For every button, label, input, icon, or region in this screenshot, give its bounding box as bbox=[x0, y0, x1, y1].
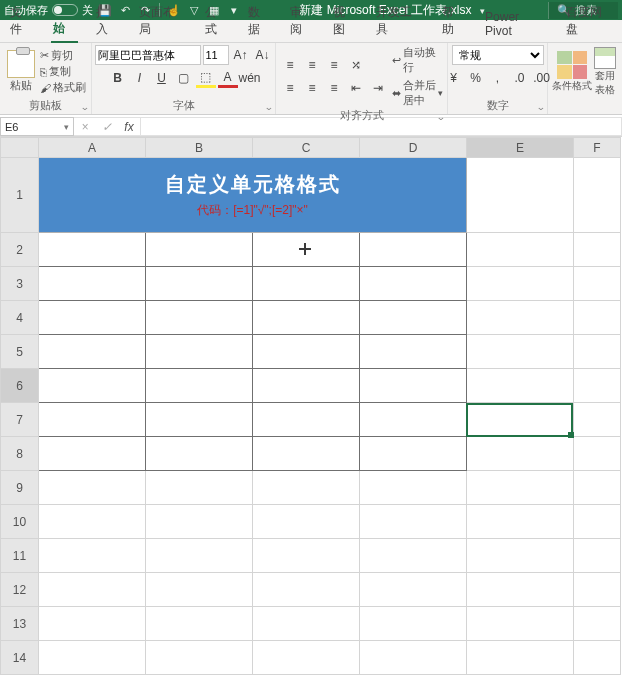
cell-B10[interactable] bbox=[146, 505, 253, 539]
align-top-icon[interactable]: ≡ bbox=[280, 55, 300, 75]
cell-D7[interactable] bbox=[360, 403, 467, 437]
cell-E9[interactable] bbox=[467, 471, 574, 505]
cell-D10[interactable] bbox=[360, 505, 467, 539]
title-dropdown-icon[interactable]: ▾ bbox=[475, 3, 491, 19]
col-header-A[interactable]: A bbox=[39, 138, 146, 158]
cell-A11[interactable] bbox=[39, 539, 146, 573]
bold-button[interactable]: B bbox=[108, 68, 128, 88]
conditional-format-button[interactable]: 条件格式 bbox=[552, 51, 592, 93]
row-header-11[interactable]: 11 bbox=[1, 539, 39, 573]
row-header-14[interactable]: 14 bbox=[1, 641, 39, 675]
cancel-icon[interactable]: × bbox=[74, 120, 96, 134]
tab-baidu[interactable]: 百度网盘 bbox=[564, 0, 614, 42]
cell-B12[interactable] bbox=[146, 573, 253, 607]
cell-F2[interactable] bbox=[574, 233, 621, 267]
cell-C8[interactable] bbox=[253, 437, 360, 471]
cell-D3[interactable] bbox=[360, 267, 467, 301]
row-header-6[interactable]: 6 bbox=[1, 369, 39, 403]
select-all-corner[interactable] bbox=[1, 138, 39, 158]
autosave-toggle[interactable] bbox=[52, 4, 78, 16]
cell-C13[interactable] bbox=[253, 607, 360, 641]
increase-font-icon[interactable]: A↑ bbox=[231, 45, 251, 65]
cell-D6[interactable] bbox=[360, 369, 467, 403]
cell-F1[interactable] bbox=[574, 158, 621, 233]
italic-button[interactable]: I bbox=[130, 68, 150, 88]
cell-F4[interactable] bbox=[574, 301, 621, 335]
cell-E13[interactable] bbox=[467, 607, 574, 641]
border-button[interactable]: ▢ bbox=[174, 68, 194, 88]
qat-dropdown-icon[interactable]: ▾ bbox=[226, 2, 242, 18]
font-size-input[interactable] bbox=[203, 45, 229, 65]
cell-C2[interactable] bbox=[253, 233, 360, 267]
cell-A8[interactable] bbox=[39, 437, 146, 471]
cell-C9[interactable] bbox=[253, 471, 360, 505]
cell-F10[interactable] bbox=[574, 505, 621, 539]
cell-B14[interactable] bbox=[146, 641, 253, 675]
cell-A3[interactable] bbox=[39, 267, 146, 301]
cell-C14[interactable] bbox=[253, 641, 360, 675]
col-header-D[interactable]: D bbox=[360, 138, 467, 158]
cell-A10[interactable] bbox=[39, 505, 146, 539]
row-header-4[interactable]: 4 bbox=[1, 301, 39, 335]
cell-A4[interactable] bbox=[39, 301, 146, 335]
tab-help[interactable]: 帮助 bbox=[440, 0, 467, 42]
tab-powerpivot[interactable]: Power Pivot bbox=[483, 6, 548, 42]
name-box-dropdown-icon[interactable]: ▾ bbox=[64, 122, 69, 132]
row-header-13[interactable]: 13 bbox=[1, 607, 39, 641]
col-header-C[interactable]: C bbox=[253, 138, 360, 158]
cell-F5[interactable] bbox=[574, 335, 621, 369]
cell-B4[interactable] bbox=[146, 301, 253, 335]
redo-icon[interactable]: ↷ bbox=[137, 2, 153, 18]
comma-icon[interactable]: , bbox=[488, 68, 508, 88]
save-icon[interactable]: 💾 bbox=[97, 2, 113, 18]
cell-C12[interactable] bbox=[253, 573, 360, 607]
cell-C7[interactable] bbox=[253, 403, 360, 437]
row-header-9[interactable]: 9 bbox=[1, 471, 39, 505]
cell-F8[interactable] bbox=[574, 437, 621, 471]
cell-B7[interactable] bbox=[146, 403, 253, 437]
confirm-icon[interactable]: ✓ bbox=[96, 120, 118, 134]
align-left-icon[interactable]: ≡ bbox=[280, 78, 300, 98]
underline-button[interactable]: U bbox=[152, 68, 172, 88]
cell-D14[interactable] bbox=[360, 641, 467, 675]
fill-color-button[interactable]: ⬚ bbox=[196, 68, 216, 88]
row-header-5[interactable]: 5 bbox=[1, 335, 39, 369]
cell-A9[interactable] bbox=[39, 471, 146, 505]
cell-E11[interactable] bbox=[467, 539, 574, 573]
orientation-icon[interactable]: ⤮ bbox=[346, 55, 366, 75]
cell-C3[interactable] bbox=[253, 267, 360, 301]
tab-developer[interactable]: 开发工具 bbox=[374, 0, 424, 42]
col-header-F[interactable]: F bbox=[574, 138, 621, 158]
undo-icon[interactable]: ↶ bbox=[117, 2, 133, 18]
cell-E5[interactable] bbox=[467, 335, 574, 369]
cell-E8[interactable] bbox=[467, 437, 574, 471]
col-header-E[interactable]: E bbox=[467, 138, 574, 158]
touch-icon[interactable]: ☝ bbox=[166, 2, 182, 18]
indent-decrease-icon[interactable]: ⇤ bbox=[346, 78, 366, 98]
cell-D13[interactable] bbox=[360, 607, 467, 641]
cell-E10[interactable] bbox=[467, 505, 574, 539]
merge-center-button[interactable]: ⬌合并后居中▾ bbox=[392, 78, 443, 108]
font-name-input[interactable] bbox=[95, 45, 201, 65]
cell-F13[interactable] bbox=[574, 607, 621, 641]
cell-E12[interactable] bbox=[467, 573, 574, 607]
phonetic-button[interactable]: wén bbox=[240, 68, 260, 88]
cell-B9[interactable] bbox=[146, 471, 253, 505]
cell-A2[interactable] bbox=[39, 233, 146, 267]
cell-F14[interactable] bbox=[574, 641, 621, 675]
row-header-10[interactable]: 10 bbox=[1, 505, 39, 539]
percent-icon[interactable]: % bbox=[466, 68, 486, 88]
cell-E14[interactable] bbox=[467, 641, 574, 675]
cell-D2[interactable] bbox=[360, 233, 467, 267]
cell-C11[interactable] bbox=[253, 539, 360, 573]
cell-B13[interactable] bbox=[146, 607, 253, 641]
cell-F7[interactable] bbox=[574, 403, 621, 437]
cell-A6[interactable] bbox=[39, 369, 146, 403]
filter-icon[interactable]: ▽ bbox=[186, 2, 202, 18]
name-box[interactable]: E6 ▾ bbox=[0, 117, 74, 136]
paste-button[interactable]: 粘贴 bbox=[4, 50, 38, 93]
align-bottom-icon[interactable]: ≡ bbox=[324, 55, 344, 75]
row-header-1[interactable]: 1 bbox=[1, 158, 39, 233]
cell-C4[interactable] bbox=[253, 301, 360, 335]
table-icon[interactable]: ▦ bbox=[206, 2, 222, 18]
